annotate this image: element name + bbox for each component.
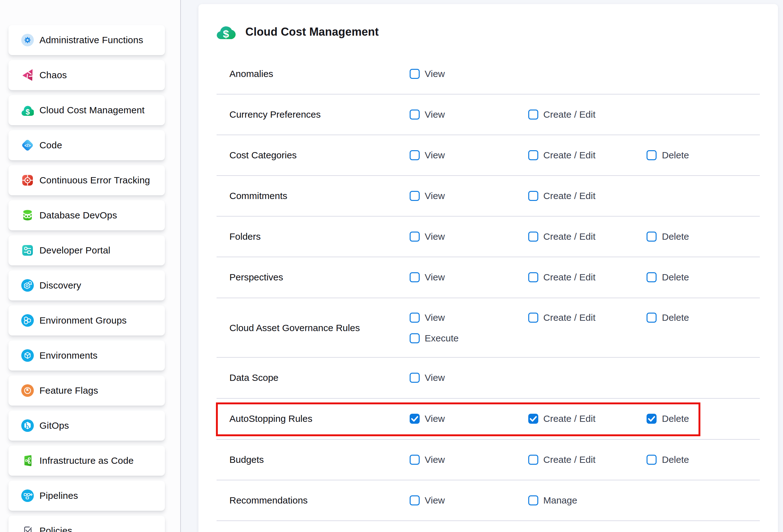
svg-text:$: $ — [26, 108, 30, 116]
svg-text:$: $ — [223, 29, 229, 40]
svg-text:</>: </> — [24, 143, 31, 148]
